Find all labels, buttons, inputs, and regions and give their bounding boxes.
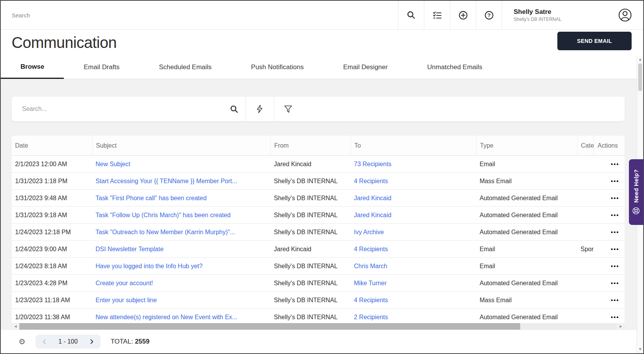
row-actions-ellipsis-icon[interactable]: ••• [611,229,619,235]
cell-subject: New Subject [92,156,270,172]
cell-date: 2/1/2023 12:00 AM [12,156,92,172]
column-header-to[interactable]: To [350,136,476,155]
subject-link[interactable]: Have you logged into the Info Hub yet? [96,263,203,270]
to-link[interactable]: 4 Recipients [354,246,388,253]
cell-actions: ••• [594,241,625,257]
table-row: 1/24/2023 8:18 AMHave you logged into th… [12,258,625,275]
scroll-left-arrow-icon[interactable]: ◀ [12,323,19,330]
to-link[interactable]: 4 Recipients [354,178,388,185]
table-row: 1/23/2023 11:18 AMEnter your subject lin… [12,292,625,309]
to-link[interactable]: 2 Recipients [354,314,388,321]
cell-to: 4 Recipients [350,173,476,189]
scroll-up-arrow-icon[interactable]: ▲ [637,56,643,63]
subject-link[interactable]: Task "Outreach to New Member (Karrin Mur… [96,229,235,236]
cell-subject: Task "Outreach to New Member (Karrin Mur… [92,224,270,240]
subject-link[interactable]: New Subject [96,161,130,168]
column-header-date[interactable]: Date [12,136,92,155]
page-title: Communication [12,34,116,51]
row-actions-ellipsis-icon[interactable]: ••• [611,280,619,286]
scroll-down-arrow-icon[interactable]: ▼ [637,346,643,352]
subject-link[interactable]: Task "First Phone call" has been created [96,195,207,202]
column-header-subject[interactable]: Subject [92,136,270,155]
to-link[interactable]: 4 Recipients [354,297,388,304]
row-actions-ellipsis-icon[interactable]: ••• [611,314,619,320]
row-actions-ellipsis-icon[interactable]: ••• [611,263,619,269]
row-actions-ellipsis-icon[interactable]: ••• [611,195,619,201]
avatar-icon[interactable] [618,8,632,22]
subject-link[interactable]: New attendee(s) registered on New Event … [96,314,237,321]
cell-category [577,207,594,223]
cell-date: 1/24/2023 8:18 AM [12,258,92,274]
grid-search-input[interactable] [12,97,222,121]
cell-actions: ••• [594,207,625,223]
column-header-category[interactable]: Category [577,136,594,155]
search-icon[interactable] [222,97,246,121]
avatar-wrap [606,8,643,22]
cell-date: 1/31/2023 9:18 AM [12,207,92,223]
user-menu[interactable]: Shelly Satre Shelly's DB INTERNAL [502,8,606,22]
user-name: Shelly Satre [514,8,606,16]
subject-link[interactable]: Enter your subject line [96,297,157,304]
need-help-tab[interactable]: Need Help? [629,159,643,225]
table-row: 1/23/2023 4:28 PMCreate your account!She… [12,275,625,292]
cell-date: 1/31/2023 1:18 PM [12,173,92,189]
to-link[interactable]: Ivy Archive [354,229,384,236]
tab-push-notifications[interactable]: Push Notifications [231,56,323,79]
tab-scheduled-emails[interactable]: Scheduled Emails [139,56,231,79]
subject-link[interactable]: Start Accessing Your {{ TENName }} Membe… [96,178,237,185]
cell-type: Automated Generated Email [476,207,577,223]
pagination: 1 - 100 [36,335,101,349]
cell-category [577,224,594,240]
cell-from: Shelly's DB INTERNAL [270,190,350,206]
subject-link[interactable]: DSI Newsletter Template [96,246,164,253]
table-row: 1/31/2023 9:18 AMTask "Follow Up (Chris … [12,207,625,224]
table-row: 1/31/2023 9:48 AMTask "First Phone call"… [12,190,625,207]
search-icon[interactable] [398,1,424,29]
column-header-type[interactable]: Type [476,136,577,155]
total-count: TOTAL: 2559 [111,338,150,345]
row-actions-ellipsis-icon[interactable]: ••• [611,178,619,184]
cell-subject: Start Accessing Your {{ TENName }} Membe… [92,173,270,189]
checklist-icon[interactable] [424,1,450,29]
cell-type: Automated Generated Email [476,190,577,206]
topbar: ? Shelly Satre Shelly's DB INTERNAL [1,1,643,30]
subject-link[interactable]: Task "Follow Up (Chris March)" has been … [96,212,231,219]
cell-type: Automated Generated Email [476,275,577,291]
subject-link[interactable]: Create your account! [96,280,153,287]
cell-category [577,292,594,308]
scroll-right-arrow-icon[interactable]: ▶ [617,323,625,330]
cell-from: Jared Kincaid [270,241,350,257]
row-actions-ellipsis-icon[interactable]: ••• [611,297,619,303]
send-email-button[interactable]: SEND EMAIL [557,32,632,50]
to-link[interactable]: Jared Kincaid [354,212,391,219]
column-header-from[interactable]: From [270,136,350,155]
tab-browse[interactable]: Browse [1,56,64,79]
cell-category [577,275,594,291]
to-link[interactable]: Chris March [354,263,387,270]
row-actions-ellipsis-icon[interactable]: ••• [611,246,619,252]
to-link[interactable]: Jared Kincaid [354,195,391,202]
global-search-input[interactable] [1,1,398,29]
row-actions-ellipsis-icon[interactable]: ••• [611,212,619,218]
tab-unmatched-emails[interactable]: Unmatched Emails [407,56,502,79]
to-link[interactable]: 73 Recipients [354,161,391,168]
cell-actions: ••• [594,292,625,308]
previous-page-button[interactable] [39,335,50,349]
filter-icon[interactable] [274,97,302,121]
add-icon[interactable] [450,1,476,29]
gear-icon[interactable]: ⚙ [19,337,26,346]
vertical-scrollbar-thumb[interactable] [638,63,642,91]
tab-email-drafts[interactable]: Email Drafts [64,56,139,79]
tab-email-designer[interactable]: Email Designer [323,56,407,79]
cell-date: 1/23/2023 4:28 PM [12,275,92,291]
grid-footer: ⚙ 1 - 100 TOTAL: 2559 [1,330,643,353]
bolt-icon[interactable] [246,97,274,121]
row-actions-ellipsis-icon[interactable]: ••• [611,161,619,167]
table-header-row: DateSubjectFromToTypeCategoryActions [12,136,625,156]
horizontal-scrollbar-thumb[interactable] [19,323,520,330]
next-page-button[interactable] [87,335,97,349]
help-icon[interactable]: ? [476,1,502,29]
cell-subject: Have you logged into the Info Hub yet? [92,258,270,274]
cell-subject: Task "Follow Up (Chris March)" has been … [92,207,270,223]
to-link[interactable]: Mike Turner [354,280,386,287]
